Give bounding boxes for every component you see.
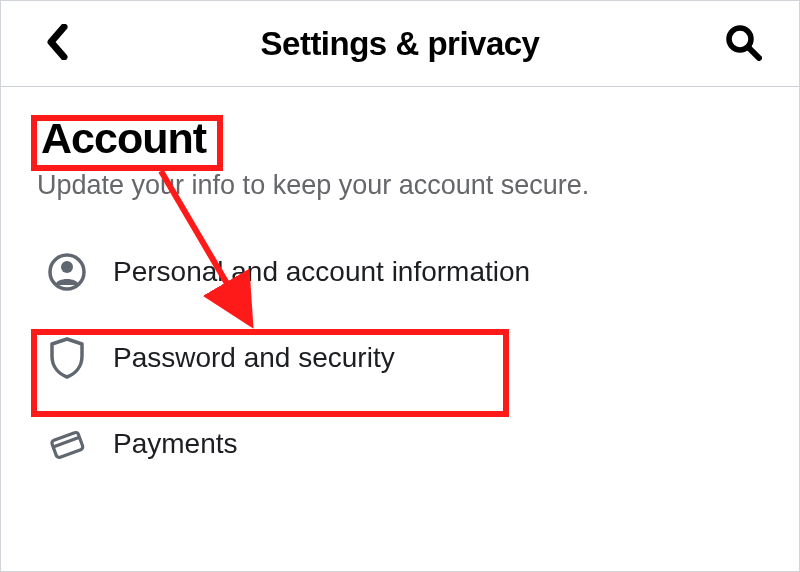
search-button[interactable]	[715, 16, 771, 72]
row-password-security[interactable]: Password and security	[37, 315, 763, 401]
row-payments[interactable]: Payments	[37, 401, 763, 487]
chevron-left-icon	[46, 24, 68, 64]
row-label: Payments	[113, 428, 238, 460]
payments-icon	[45, 422, 89, 466]
back-button[interactable]	[29, 16, 85, 72]
section-subtitle: Update your info to keep your account se…	[37, 168, 763, 203]
search-icon	[724, 23, 762, 65]
page-title: Settings & privacy	[261, 25, 540, 63]
user-circle-icon	[45, 250, 89, 294]
top-bar: Settings & privacy	[1, 1, 799, 87]
account-section: Account Update your info to keep your ac…	[1, 87, 799, 487]
svg-point-3	[61, 261, 73, 273]
row-personal-info[interactable]: Personal and account information	[37, 229, 763, 315]
row-label: Personal and account information	[113, 256, 530, 288]
row-label: Password and security	[113, 342, 395, 374]
settings-list: Personal and account information Passwor…	[37, 229, 763, 487]
shield-icon	[45, 336, 89, 380]
svg-line-1	[749, 48, 759, 58]
section-title: Account	[37, 115, 210, 162]
